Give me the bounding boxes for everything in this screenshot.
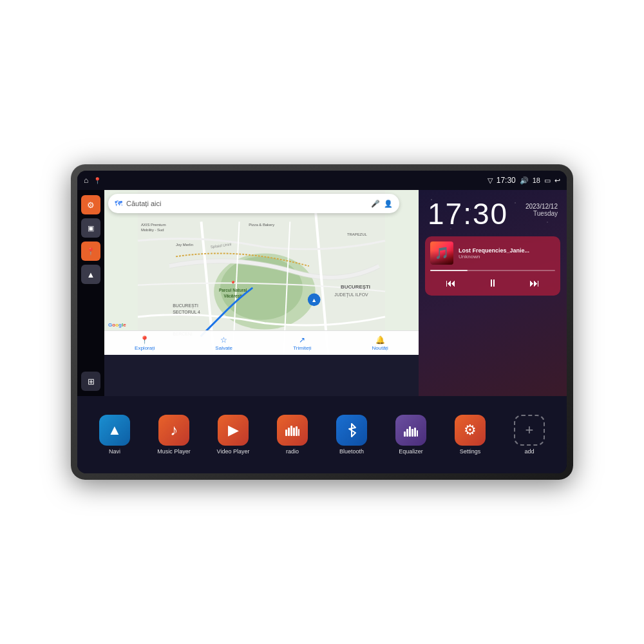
add-icon-bg: +: [514, 415, 545, 446]
radio-label: radio: [286, 448, 299, 455]
svg-rect-23: [296, 426, 298, 436]
svg-text:TRAPEZUL: TRAPEZUL: [347, 232, 367, 236]
app-bluetooth[interactable]: Bluetooth: [330, 415, 374, 455]
sidebar: ⚙ ▣ 📍 ▲ ⊞: [77, 190, 104, 396]
svg-rect-28: [412, 429, 413, 437]
account-icon[interactable]: 👤: [384, 200, 393, 208]
svg-text:Joy Merlin: Joy Merlin: [176, 243, 193, 247]
car-stereo-device: ⌂ 📍 ▽ 17:30 🔊 18 ▭ ↩ ⚙ ▣: [71, 164, 573, 480]
music-player-icon: ♪: [158, 415, 189, 446]
battery-level: 18: [533, 176, 540, 184]
svg-rect-19: [285, 430, 287, 436]
wifi-icon: ▽: [488, 176, 493, 185]
music-controls: ⏮ ⏸ ⏭: [430, 276, 555, 290]
settings-gear-symbol: ⚙: [464, 422, 477, 439]
center-area: ▲ BUCUREȘTI JUDEŢUL ILFOV BUCUREȘTI SECT…: [104, 190, 419, 396]
map-container[interactable]: ▲ BUCUREȘTI JUDEŢUL ILFOV BUCUREȘTI SECT…: [104, 190, 419, 355]
status-time: 17:30: [497, 176, 516, 185]
google-maps-logo-icon: 🗺: [115, 199, 122, 208]
sidebar-settings-btn[interactable]: ⚙: [81, 195, 100, 214]
home-status-icon[interactable]: ⌂: [84, 176, 88, 185]
map-search-text: Căutați aici: [126, 200, 367, 207]
battery-icon: ▭: [544, 176, 551, 185]
sidebar-location-btn[interactable]: 📍: [81, 242, 100, 261]
map-nav-news[interactable]: 🔔 Noutăți: [372, 336, 388, 351]
back-icon[interactable]: ↩: [554, 176, 560, 185]
music-artist: Unknown: [459, 254, 555, 260]
map-status-icon[interactable]: 📍: [93, 177, 101, 184]
svg-rect-30: [417, 430, 418, 437]
clock-time: 17:30: [428, 199, 508, 229]
svg-rect-27: [409, 426, 411, 437]
svg-rect-25: [404, 431, 406, 437]
grid-icon: ⊞: [88, 377, 95, 386]
prev-track-button[interactable]: ⏮: [442, 276, 460, 290]
navi-label: Navi: [109, 448, 120, 455]
sidebar-grid-btn[interactable]: ⊞: [81, 372, 100, 391]
map-nav-explore[interactable]: 📍 Explorați: [135, 336, 155, 351]
app-navi[interactable]: ▲ Navi: [93, 415, 137, 455]
map-nav-saved[interactable]: ☆ Salvate: [215, 336, 232, 351]
navi-symbol: ▲: [108, 422, 122, 439]
clock-widget: 17:30 2023/12/12 Tuesday: [419, 190, 567, 234]
video-player-icon: ▶: [218, 415, 249, 446]
music-widget: 🎵 Lost Frequencies_Janie... Unknown ⏮: [425, 236, 560, 296]
app-settings[interactable]: ⚙ Settings: [448, 415, 492, 455]
status-right-info: ▽ 17:30 🔊 18 ▭ ↩: [488, 176, 560, 185]
equalizer-symbol: [403, 424, 419, 437]
volume-icon: 🔊: [520, 176, 529, 185]
svg-text:📍: 📍: [230, 280, 236, 287]
play-pause-button[interactable]: ⏸: [484, 276, 502, 290]
sidebar-folder-btn[interactable]: ▣: [81, 218, 100, 238]
map-nav-send[interactable]: ↗ Trimiteți: [293, 336, 311, 351]
music-thumbnail: 🎵: [430, 242, 453, 265]
app-radio[interactable]: radio: [270, 415, 314, 455]
svg-text:▲: ▲: [311, 297, 317, 303]
app-grid: ▲ Navi ♪ Music Player ▶ Video Player: [77, 396, 567, 473]
map-search-bar[interactable]: 🗺 Căutați aici 🎤 👤: [108, 194, 399, 213]
bluetooth-icon-bg: [336, 415, 367, 446]
music-title: Lost Frequencies_Janie...: [459, 247, 555, 254]
svg-rect-26: [406, 429, 408, 437]
send-label: Trimiteți: [293, 345, 311, 351]
settings-label: Settings: [460, 448, 481, 455]
svg-rect-20: [288, 428, 290, 436]
svg-text:AXIS Premium: AXIS Premium: [141, 223, 166, 227]
svg-text:BUCUREȘTI: BUCUREȘTI: [341, 284, 370, 290]
navi-icon: ▲: [99, 415, 130, 446]
radio-wave-icon: [285, 424, 300, 436]
app-equalizer[interactable]: Equalizer: [389, 415, 433, 455]
next-track-button[interactable]: ⏭: [526, 276, 544, 290]
folder-icon: ▣: [88, 224, 94, 232]
saved-icon: ☆: [220, 336, 227, 345]
settings-icon: ⚙: [87, 200, 95, 210]
add-label: add: [524, 448, 534, 455]
app-add[interactable]: + add: [507, 415, 551, 455]
music-player-label: Music Player: [157, 448, 191, 455]
svg-rect-29: [414, 428, 416, 437]
map-bottom-nav: 📍 Explorați ☆ Salvate ↗ Trimiteți: [104, 330, 419, 355]
saved-label: Salvate: [215, 345, 232, 351]
clock-date: 2023/12/12: [526, 203, 558, 210]
settings-icon-bg: ⚙: [455, 415, 486, 446]
app-music-player[interactable]: ♪ Music Player: [152, 415, 196, 455]
navigate-icon: ▲: [87, 270, 95, 279]
sidebar-navigate-btn[interactable]: ▲: [81, 265, 100, 284]
app-video-player[interactable]: ▶ Video Player: [211, 415, 255, 455]
device-screen: ⌂ 📍 ▽ 17:30 🔊 18 ▭ ↩ ⚙ ▣: [77, 171, 567, 473]
mic-icon[interactable]: 🎤: [371, 200, 380, 208]
status-bar: ⌂ 📍 ▽ 17:30 🔊 18 ▭ ↩: [77, 171, 567, 190]
svg-rect-24: [298, 429, 299, 436]
svg-text:Pizza & Bakery: Pizza & Bakery: [249, 223, 274, 227]
news-label: Noutăți: [372, 345, 388, 351]
map-background: ▲ BUCUREȘTI JUDEŢUL ILFOV BUCUREȘTI SECT…: [104, 190, 419, 355]
add-plus-symbol: +: [526, 422, 534, 439]
clock-day: Tuesday: [526, 210, 558, 217]
svg-text:BUCUREȘTI: BUCUREȘTI: [173, 303, 198, 308]
svg-text:Mobility - Sud: Mobility - Sud: [141, 228, 164, 232]
news-icon: 🔔: [375, 336, 385, 345]
svg-rect-22: [293, 428, 295, 436]
bluetooth-symbol: [345, 422, 358, 438]
explore-label: Explorați: [135, 345, 155, 351]
radio-icon: [277, 415, 308, 446]
